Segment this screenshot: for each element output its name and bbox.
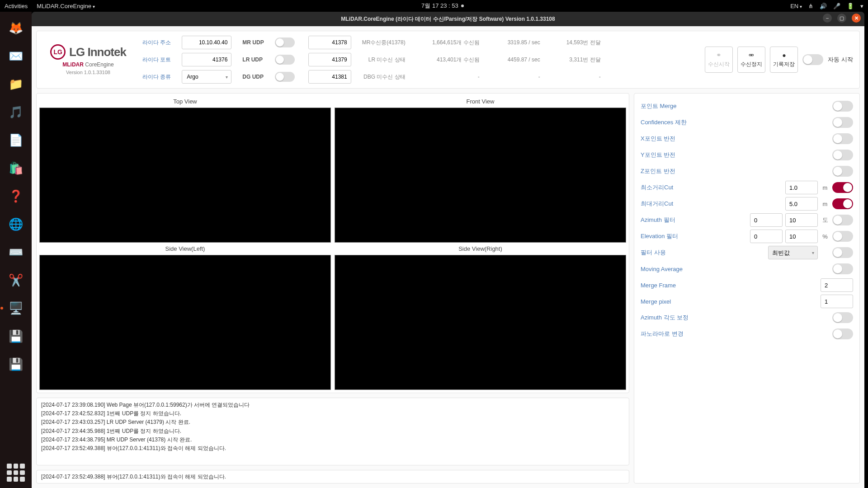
window-titlebar: MLiDAR.CoreEngine (라이다 데이터 수신/Parsing/저장…: [32, 12, 864, 26]
battery-icon[interactable]: 🔋: [847, 3, 854, 9]
az-lo-input[interactable]: [750, 213, 783, 227]
dg-fwd-count: -: [551, 74, 601, 80]
lr-udp-port-input[interactable]: [308, 53, 351, 66]
max-cut-input[interactable]: [785, 197, 818, 211]
unit-m: m: [821, 201, 829, 207]
lidar-addr-input[interactable]: [182, 36, 231, 49]
ubuntu-dock: 🦊 ✉️ 📁 🎵 📄 🛍️ ❓ 🌐 ⌨️ ✂️ 🖥️ 💾 💾: [0, 12, 32, 488]
dock-help[interactable]: ❓: [3, 183, 28, 209]
volume-icon[interactable]: 🔊: [820, 3, 827, 9]
el-lo-input[interactable]: [750, 230, 783, 243]
activities-button[interactable]: Activities: [5, 3, 28, 9]
az-angle-toggle[interactable]: [832, 312, 853, 323]
lg-logo-icon: LG: [50, 44, 66, 60]
brand-name: LG Innotek: [69, 45, 126, 59]
recv-start-button[interactable]: ⚭수신시작: [705, 47, 733, 73]
window-maximize[interactable]: ▢: [837, 14, 846, 23]
log-line: [2024-07-17 23:43:03.257] LR UDP Server …: [41, 418, 624, 427]
input-language[interactable]: EN: [790, 3, 802, 9]
panorama-label: 파노라마로 변경: [641, 330, 832, 338]
dock-screenshot[interactable]: ✂️: [3, 267, 28, 293]
app-menu[interactable]: MLiDAR.CoreEngine: [37, 3, 94, 9]
window-close[interactable]: ✕: [852, 14, 861, 23]
side-right-canvas[interactable]: [335, 255, 626, 390]
dg-udp-port-input[interactable]: [308, 70, 351, 84]
merge-pixel-input[interactable]: [821, 295, 853, 308]
panorama-toggle[interactable]: [832, 328, 853, 339]
filter-use-label: 필터 사용: [641, 249, 768, 257]
y-invert-toggle[interactable]: [832, 150, 853, 160]
dock-rhythmbox[interactable]: 🎵: [3, 99, 28, 125]
mov-avg-toggle[interactable]: [832, 263, 853, 274]
connection-form: 라이다 주소 MR UDP MR수신중(41378) 1,664,615개 수신…: [142, 36, 601, 84]
dock-mlidar[interactable]: 🖥️: [3, 296, 28, 321]
filter-use-select[interactable]: 최빈값: [768, 246, 818, 259]
lidar-port-input[interactable]: [182, 53, 231, 66]
z-invert-toggle[interactable]: [832, 166, 853, 177]
side-left-canvas[interactable]: [39, 255, 331, 390]
x-invert-toggle[interactable]: [832, 133, 853, 144]
lidar-addr-label: 라이다 주소: [142, 39, 171, 47]
point-merge-label: 포인트 Merge: [641, 102, 832, 110]
dock-thunderbird[interactable]: ✉️: [3, 43, 28, 69]
merge-pixel-label: Merge pixel: [641, 298, 821, 305]
top-view-canvas[interactable]: [39, 108, 331, 243]
status-bar: [2024-07-17 23:52:49.388] 뷰어(127.0.0.1:4…: [36, 470, 629, 483]
el-filter-label: Elevation 필터: [641, 232, 750, 240]
dock-software[interactable]: 🛍️: [3, 155, 28, 181]
filter-use-toggle[interactable]: [832, 247, 853, 258]
conf-limit-toggle[interactable]: [832, 117, 853, 128]
recv-stop-button[interactable]: ⚮수신정지: [737, 47, 765, 73]
point-merge-toggle[interactable]: [832, 101, 853, 112]
el-filter-toggle[interactable]: [832, 231, 853, 242]
min-cut-toggle[interactable]: [832, 182, 853, 193]
front-view-title: Front View: [335, 96, 626, 107]
el-hi-input[interactable]: [785, 230, 818, 243]
az-hi-input[interactable]: [785, 213, 818, 227]
dock-usb2[interactable]: 💾: [3, 352, 28, 377]
connect-icon: ⚭: [716, 52, 722, 59]
mic-icon[interactable]: 🎤: [833, 3, 840, 9]
merge-frame-input[interactable]: [821, 278, 853, 292]
lr-recv-count: 413,401개 수신됨: [416, 56, 480, 64]
dock-firefox[interactable]: 🦊: [3, 15, 28, 41]
auto-start-toggle[interactable]: [802, 54, 823, 65]
dg-rate: -: [491, 74, 540, 80]
az-filter-label: Azimuth 필터: [641, 216, 750, 224]
mr-udp-toggle[interactable]: [275, 38, 295, 47]
dock-terminal[interactable]: ⌨️: [3, 239, 28, 265]
front-view-canvas[interactable]: [335, 108, 626, 243]
unit-deg: 도: [821, 216, 829, 224]
lidar-kind-select[interactable]: Argo: [182, 70, 231, 84]
dock-chrome[interactable]: 🌐: [3, 211, 28, 237]
system-menu-chevron-icon[interactable]: ▾: [860, 3, 863, 9]
app-version: Version 1.0.1.33108: [66, 70, 110, 75]
az-filter-toggle[interactable]: [832, 215, 853, 225]
mov-avg-label: Moving Average: [641, 266, 832, 272]
dg-status-label: DBG 미수신 상태: [362, 73, 406, 81]
logo-block: LG LG Innotek MLiDAR CoreEngine Version …: [43, 44, 133, 75]
dg-recv-count: -: [416, 74, 480, 80]
notification-dot-icon: [461, 5, 464, 7]
clock[interactable]: 7월 17 23 : 53: [421, 2, 458, 10]
dock-usb1[interactable]: 💾: [3, 324, 28, 349]
app-name: MLiDAR CoreEngine: [62, 61, 113, 68]
record-save-button[interactable]: ●기록저장: [770, 47, 798, 73]
log-panel[interactable]: [2024-07-17 23:39:08.190] Web Page 뷰어(12…: [36, 398, 629, 465]
log-line: [2024-07-17 23:44:38.795] MR UDP Server …: [41, 436, 624, 444]
dg-udp-label: DG UDP: [242, 74, 264, 80]
dock-files[interactable]: 📁: [3, 71, 28, 97]
dock-writer[interactable]: 📄: [3, 127, 28, 153]
network-icon[interactable]: ⋔: [808, 3, 813, 9]
show-applications[interactable]: [7, 464, 25, 482]
max-cut-toggle[interactable]: [832, 198, 853, 209]
app-menu-label: MLiDAR.CoreEngine: [37, 3, 91, 9]
min-cut-input[interactable]: [785, 181, 818, 194]
lidar-port-label: 라이다 포트: [142, 56, 171, 64]
lr-rate: 4459.87 / sec: [491, 56, 540, 63]
window-minimize[interactable]: –: [823, 14, 832, 23]
mr-udp-port-input[interactable]: [308, 36, 351, 49]
auto-start-label: 자동 시작: [828, 56, 853, 64]
dg-udp-toggle[interactable]: [275, 72, 295, 82]
lr-udp-toggle[interactable]: [275, 55, 295, 65]
